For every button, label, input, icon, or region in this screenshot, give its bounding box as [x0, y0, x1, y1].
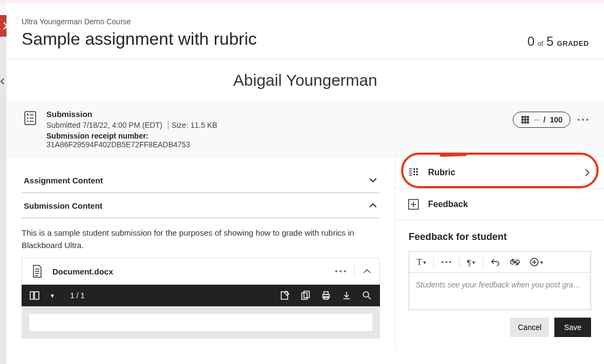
- chevron-up-icon: [368, 201, 378, 210]
- svg-rect-20: [304, 291, 309, 298]
- grade-max: 100: [550, 115, 562, 124]
- rubric-label: Rubric: [428, 168, 456, 177]
- left-rail: [0, 37, 6, 364]
- chevron-up-icon: [362, 266, 372, 276]
- feedback-editor: T▾ ¶▾ ▾ Students see your feedback when …: [409, 251, 591, 310]
- rubric-panel-toggle[interactable]: Rubric: [396, 157, 604, 189]
- graded-total: 5: [546, 34, 553, 49]
- viewer-body: [22, 306, 380, 339]
- feedback-panel-toggle[interactable]: Feedback: [396, 189, 604, 221]
- viewer-edit-button[interactable]: [280, 290, 290, 301]
- svg-point-10: [578, 119, 580, 121]
- svg-rect-29: [413, 174, 415, 175]
- submission-more-button[interactable]: [577, 118, 589, 121]
- assignment-header: Ultra Youngerman Demo Course Sample assi…: [6, 3, 604, 59]
- svg-point-13: [335, 270, 337, 272]
- svg-point-24: [363, 292, 369, 297]
- svg-point-33: [445, 261, 447, 263]
- assignment-content-toggle[interactable]: Assignment Content: [22, 168, 380, 193]
- feedback-title: Feedback for student: [409, 231, 591, 243]
- document-collapse-button[interactable]: [362, 266, 372, 276]
- viewer-toolbar: ▼ 1 / 1: [22, 285, 380, 306]
- svg-rect-16: [30, 292, 33, 299]
- submission-content-toggle[interactable]: Submission Content: [22, 193, 380, 218]
- editor-undo-button[interactable]: [487, 256, 504, 268]
- editor-paragraph-button[interactable]: ¶▾: [464, 256, 478, 269]
- svg-rect-8: [524, 121, 526, 123]
- feedback-textarea[interactable]: Students see your feedback when you post…: [409, 273, 591, 310]
- submission-size: 11.5 KB: [191, 121, 218, 129]
- svg-rect-22: [324, 292, 328, 294]
- svg-point-14: [340, 270, 342, 272]
- viewer-sidebar-toggle[interactable]: [29, 290, 40, 301]
- feedback-label: Feedback: [428, 200, 468, 209]
- graded-counter: 0 of 5 GRADED: [527, 34, 589, 49]
- svg-rect-30: [416, 174, 418, 175]
- rubric-icon: [408, 167, 419, 178]
- editor-link-button[interactable]: [507, 257, 523, 267]
- svg-point-15: [344, 270, 346, 272]
- expand-rail-button[interactable]: [0, 78, 6, 85]
- grade-current: --: [534, 115, 539, 124]
- viewer-page: [29, 314, 372, 331]
- receipt-label: Submission receipt number:: [46, 132, 218, 140]
- chevron-right-icon: [582, 168, 592, 177]
- editor-insert-button[interactable]: ▾: [526, 255, 546, 269]
- svg-rect-4: [521, 119, 524, 121]
- svg-rect-3: [527, 116, 529, 118]
- svg-rect-28: [416, 171, 418, 173]
- submission-label: Submission: [46, 109, 218, 119]
- document-bar: Document.docx: [22, 258, 380, 285]
- svg-point-32: [442, 261, 443, 263]
- cancel-button[interactable]: Cancel: [510, 318, 549, 337]
- viewer-copy-button[interactable]: [300, 290, 311, 301]
- submitted-timestamp: 7/18/22, 4:00 PM (EDT): [83, 121, 162, 129]
- svg-rect-1: [521, 116, 524, 118]
- editor-text-style-button[interactable]: T▾: [413, 255, 429, 269]
- viewer-search-button[interactable]: [362, 290, 372, 301]
- document-icon: [30, 264, 45, 279]
- rubric-grid-icon: [521, 115, 530, 124]
- assignment-content-label: Assignment Content: [24, 176, 103, 185]
- document-filename: Document.docx: [52, 267, 327, 276]
- size-prefix: Size:: [172, 121, 188, 129]
- grade-sep: /: [544, 115, 546, 124]
- document-more-button[interactable]: [335, 270, 347, 273]
- course-name: Ultra Youngerman Demo Course: [22, 17, 257, 26]
- svg-rect-19: [302, 293, 307, 299]
- svg-rect-6: [527, 119, 529, 121]
- svg-point-12: [586, 119, 588, 121]
- svg-point-34: [449, 261, 451, 263]
- svg-rect-17: [35, 292, 39, 299]
- assignment-title: Sample assignment with rubric: [22, 29, 257, 49]
- svg-rect-25: [413, 168, 415, 170]
- submission-content-label: Submission Content: [24, 201, 103, 210]
- viewer-download-button[interactable]: [341, 290, 352, 301]
- svg-rect-7: [521, 121, 524, 123]
- submitted-prefix: Submitted: [46, 121, 80, 129]
- svg-rect-27: [413, 171, 415, 173]
- student-name: Abigail Youngerman: [6, 59, 604, 101]
- svg-rect-9: [527, 121, 529, 123]
- submission-info-bar: Submission Submitted 7/18/22, 4:00 PM (E…: [6, 101, 604, 157]
- grade-pill[interactable]: -- / 100: [513, 112, 571, 128]
- chevron-down-icon: [368, 175, 378, 185]
- svg-point-11: [582, 119, 584, 121]
- svg-rect-26: [416, 168, 418, 170]
- graded-label: GRADED: [557, 39, 589, 47]
- receipt-number: 31A86F29594F402DB5E72FF8EADB4753: [46, 140, 218, 149]
- svg-rect-5: [524, 119, 526, 121]
- graded-current: 0: [527, 34, 534, 49]
- submission-text: This is a sample student submission for …: [22, 218, 380, 258]
- viewer-print-button[interactable]: [321, 290, 331, 301]
- svg-rect-2: [524, 116, 526, 118]
- page-indicator: 1 / 1: [65, 291, 270, 300]
- viewer-sidebar-dropdown[interactable]: ▼: [50, 293, 55, 299]
- submission-icon: [22, 109, 39, 149]
- plus-square-icon: [408, 198, 419, 210]
- editor-more-button[interactable]: [438, 259, 454, 265]
- graded-of: of: [538, 40, 543, 47]
- save-button[interactable]: Save: [554, 318, 591, 337]
